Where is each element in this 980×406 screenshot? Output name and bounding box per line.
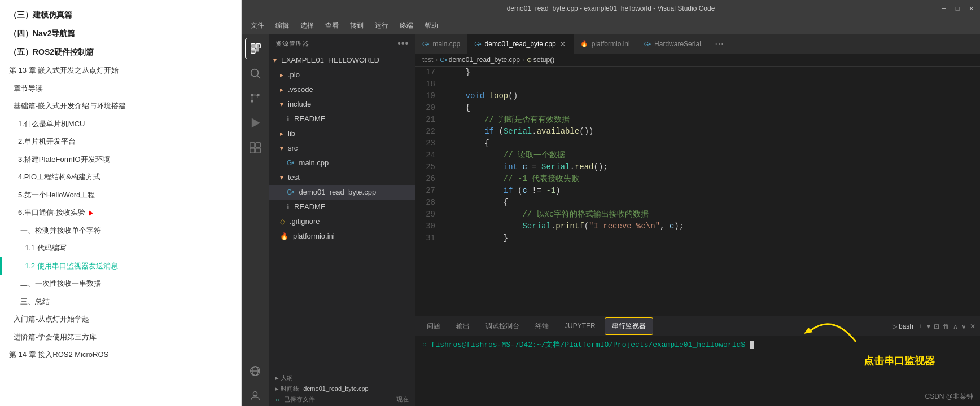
outline-section[interactable]: ▸ 大纲 — [275, 373, 409, 383]
nav-item[interactable]: （四）Nav2导航篇 — [0, 24, 241, 43]
panel-actions: ▷ bash＋▾⊡🗑∧∨✕ — [892, 321, 975, 331]
nav-item[interactable]: 2.单片机开发平台 — [0, 133, 241, 151]
tree-icon: G• — [287, 186, 295, 198]
extensions-icon[interactable] — [245, 138, 265, 158]
code-line: { — [447, 102, 980, 114]
tree-item--gitignore[interactable]: ◇.gitignore — [269, 214, 415, 229]
tree-item-src[interactable]: ▾src — [269, 141, 415, 156]
tree-label: include — [288, 98, 311, 111]
run-icon[interactable] — [245, 113, 265, 133]
panel-down[interactable]: ∨ — [961, 323, 966, 330]
tree-item-EXAMPLE01-HELLOWORLD[interactable]: ▾EXAMPLE01_HELLOWORLD — [269, 53, 415, 68]
line-number: 28 — [415, 197, 435, 209]
search-icon[interactable] — [245, 63, 265, 83]
terminal-bash[interactable]: ▷ bash — [892, 323, 913, 330]
tabs-overflow[interactable]: ⋯ — [710, 38, 728, 49]
line-number: 20 — [415, 102, 435, 114]
nav-item[interactable]: 第 13 章 嵌入式开发之从点灯开始 — [0, 61, 241, 80]
panel-close[interactable]: ✕ — [970, 323, 975, 330]
code-editor[interactable]: 171819202122232425262728293031 } void lo… — [415, 67, 980, 316]
menu-item-终端[interactable]: 终端 — [395, 19, 418, 33]
minimize-button[interactable]: ─ — [939, 4, 948, 13]
nav-item[interactable]: 1.2 使用串口监视器发送消息 — [0, 257, 241, 275]
panel-tab---[interactable]: 问题 — [420, 318, 447, 335]
nav-item[interactable]: 1.什么是单片机MCU — [0, 115, 241, 133]
tree-item-include[interactable]: ▾include — [269, 97, 415, 112]
panel-tab------[interactable]: 串行监视器 — [605, 317, 653, 335]
titlebar: demo01_read_byte.cpp - example01_hellowo… — [242, 0, 980, 17]
nav-item[interactable]: 5.第一个HelloWord工程 — [0, 186, 241, 204]
account-icon[interactable] — [245, 386, 265, 406]
nav-item[interactable]: 4.PIO工程结构&构建方式 — [0, 168, 241, 186]
close-button[interactable]: ✕ — [966, 4, 975, 13]
panel-up[interactable]: ∧ — [953, 323, 958, 330]
tree-item--vscode[interactable]: ▸.vscode — [269, 82, 415, 97]
tree-item--pio[interactable]: ▸.pio — [269, 68, 415, 82]
code-line: if (Serial.available()) — [447, 126, 980, 138]
tab-main-cpp[interactable]: G•main.cpp — [415, 34, 467, 54]
menu-item-运行[interactable]: 运行 — [370, 19, 393, 33]
terminal-dropdown[interactable]: ▾ — [927, 323, 930, 330]
nav-item[interactable]: 3.搭建PlateFormIO开发环境 — [0, 151, 241, 169]
sidebar-title: 资源管理器 — [275, 39, 309, 48]
terminal-split[interactable]: ⊡ — [934, 323, 939, 330]
nav-item[interactable]: 章节导读 — [0, 80, 241, 98]
panel-tab---[interactable]: 输出 — [449, 318, 476, 335]
code-line: // 判断是否有有效数据 — [447, 114, 980, 126]
nav-item[interactable]: 一、检测并接收单个字符 — [0, 222, 241, 240]
tree-item-lib[interactable]: ▸lib — [269, 126, 415, 141]
tree-item-README[interactable]: ℹREADME — [269, 112, 415, 126]
svg-line-4 — [257, 76, 260, 78]
tree-item-test[interactable]: ▾test — [269, 170, 415, 185]
menu-item-选择[interactable]: 选择 — [296, 19, 318, 33]
tree-icon: ◇ — [280, 215, 285, 228]
menu-item-文件[interactable]: 文件 — [246, 19, 269, 33]
tree-icon: 🔥 — [280, 230, 288, 242]
code-line: Serial.printf("I receve %c\n", c); — [447, 220, 980, 232]
panel-tab-JUPYTER[interactable]: JUPYTER — [558, 319, 602, 334]
tab-icon: G• — [644, 41, 651, 47]
sidebar-footer: ▸ 大纲 ▸ 时间线 demo01_read_byte.cpp ○ 已保存文件 … — [269, 370, 415, 406]
svg-rect-11 — [250, 148, 255, 153]
nav-item[interactable]: 基础篇-嵌入式开发介绍与环境搭建 — [0, 97, 241, 115]
panel-tab---[interactable]: 终端 — [528, 318, 555, 335]
nav-item[interactable]: 6.串口通信-接收实验 — [0, 204, 241, 222]
nav-item[interactable]: 1.1 代码编写 — [0, 239, 241, 257]
tree-item-platformio-ini[interactable]: 🔥platformio.ini — [269, 229, 415, 244]
tab-icon: 🔥 — [580, 40, 588, 47]
sidebar-overflow[interactable]: ••• — [397, 38, 409, 48]
panel-tab------[interactable]: 调试控制台 — [479, 318, 526, 335]
nav-item[interactable]: （五）ROS2硬件控制篇 — [0, 43, 241, 61]
explorer-icon[interactable] — [245, 38, 265, 59]
tree-icon: ▾ — [280, 142, 283, 155]
nav-item[interactable]: （三）建模仿真篇 — [0, 6, 241, 24]
tree-item-main-cpp[interactable]: G•main.cpp — [269, 156, 415, 170]
menu-item-查看[interactable]: 查看 — [321, 19, 343, 33]
menu-item-转到[interactable]: 转到 — [345, 19, 368, 33]
tab-demo01-read-byte-cpp[interactable]: G•demo01_read_byte.cpp✕ — [467, 34, 574, 54]
terminal-prompt: ○ fishros@fishros-MS-7D42:~/文档/PlatformI… — [422, 341, 750, 349]
terminal-add[interactable]: ＋ — [917, 321, 924, 331]
line-number: 27 — [415, 185, 435, 197]
breadcrumb-test: test — [422, 56, 433, 64]
tree-item-demo01-read-byte-cpp[interactable]: G•demo01_read_byte.cpp — [269, 185, 415, 200]
timeline-section[interactable]: ▸ 时间线 demo01_read_byte.cpp — [275, 383, 409, 394]
menu-item-编辑[interactable]: 编辑 — [271, 19, 294, 33]
nav-item[interactable]: 二、一次性接收一串数据 — [0, 275, 241, 293]
nav-item[interactable]: 进阶篇-学会使用第三方库 — [0, 328, 241, 346]
nav-item[interactable]: 第 14 章 接入ROS2 MicroROS — [0, 346, 241, 364]
terminal-trash[interactable]: 🗑 — [943, 323, 950, 330]
maximize-button[interactable]: □ — [953, 4, 962, 13]
tab-label: demo01_read_byte.cpp — [485, 40, 556, 48]
code-line — [447, 78, 980, 90]
svg-marker-8 — [252, 119, 260, 127]
tab-close-button[interactable]: ✕ — [559, 39, 566, 48]
tab-platformio-ini[interactable]: 🔥platformio.ini — [574, 34, 637, 54]
nav-item[interactable]: 入门篇-从点灯开始学起 — [0, 310, 241, 328]
source-control-icon[interactable] — [245, 88, 265, 108]
nav-item[interactable]: 三、总结 — [0, 293, 241, 311]
menu-item-帮助[interactable]: 帮助 — [420, 19, 443, 33]
tree-item-README[interactable]: ℹREADME — [269, 200, 415, 214]
tab-HardwareSerial-[interactable]: G•HardwareSerial. — [637, 34, 710, 54]
remote-icon[interactable] — [245, 361, 265, 381]
